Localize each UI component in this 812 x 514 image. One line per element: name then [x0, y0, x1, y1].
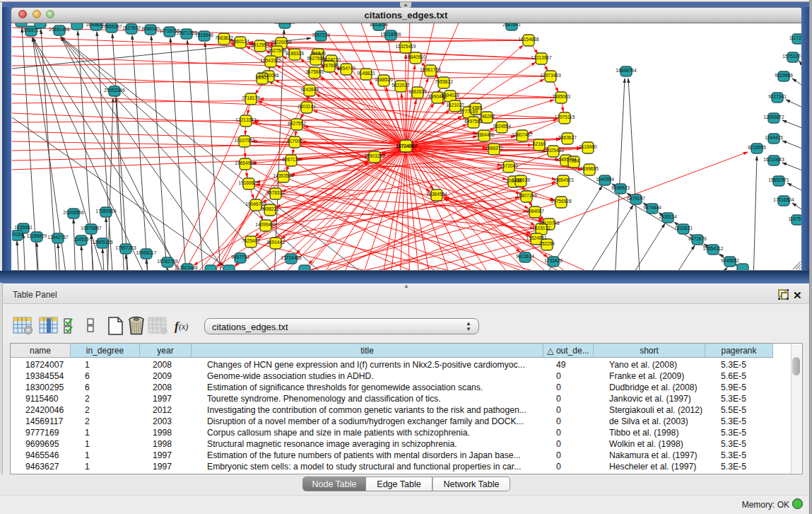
svg-text:15692971: 15692971 [768, 177, 789, 182]
svg-text:11156829: 11156829 [27, 233, 47, 238]
svg-text:15751074: 15751074 [782, 54, 801, 59]
svg-text:7625402: 7625402 [242, 238, 260, 243]
svg-text:9242848: 9242848 [300, 87, 319, 92]
svg-text:19654985: 19654985 [235, 160, 256, 165]
svg-text:8813054: 8813054 [370, 23, 388, 27]
svg-text:7984: 7984 [569, 158, 579, 163]
svg-text:16033809: 16033809 [274, 23, 295, 25]
svg-text:7357224: 7357224 [312, 33, 330, 37]
svg-text:1572040: 1572040 [500, 163, 518, 168]
svg-text:19654923: 19654923 [553, 177, 574, 182]
svg-text:8471676: 8471676 [688, 236, 707, 241]
svg-text:10671355: 10671355 [176, 30, 197, 35]
svg-text:8186328: 8186328 [286, 51, 304, 56]
svg-text:9146821: 9146821 [357, 71, 375, 76]
svg-text:13524851: 13524851 [526, 235, 547, 240]
svg-text:17957253: 17957253 [115, 245, 136, 250]
svg-text:2687641: 2687641 [502, 23, 521, 27]
svg-text:17016504: 17016504 [773, 197, 794, 202]
svg-text:114519: 114519 [73, 237, 89, 242]
svg-text:12213383: 12213383 [235, 117, 257, 122]
svg-text:16640910: 16640910 [405, 54, 426, 59]
svg-text:9245652: 9245652 [721, 258, 739, 263]
svg-text:12213967: 12213967 [531, 55, 552, 60]
svg-text:8427552: 8427552 [288, 121, 306, 126]
svg-text:18807249: 18807249 [516, 193, 537, 198]
svg-text:14353594: 14353594 [273, 173, 294, 178]
svg-text:1935061: 1935061 [14, 225, 33, 230]
svg-text:10025433: 10025433 [543, 148, 564, 153]
svg-text:7515546: 7515546 [195, 33, 213, 37]
svg-text:9518720: 9518720 [322, 57, 341, 62]
svg-text:8454749: 8454749 [337, 66, 355, 71]
svg-text:16543382: 16543382 [260, 58, 281, 63]
svg-text:3675685: 3675685 [305, 69, 324, 74]
svg-text:1588520: 1588520 [375, 77, 393, 82]
svg-text:(x): (x) [179, 322, 188, 332]
svg-text:16782759: 16782759 [157, 259, 178, 264]
svg-text:10654112: 10654112 [703, 246, 724, 251]
svg-text:17975115: 17975115 [555, 115, 575, 119]
svg-text:20364436: 20364436 [473, 132, 495, 137]
svg-text:19384554: 19384554 [426, 192, 447, 197]
svg-text:16961758: 16961758 [420, 67, 441, 72]
svg-text:20206556: 20206556 [63, 210, 84, 215]
svg-text:1615132: 1615132 [532, 226, 551, 230]
svg-text:7832621: 7832621 [674, 226, 693, 230]
svg-text:917006: 917006 [287, 139, 302, 144]
svg-text:6497568: 6497568 [464, 119, 483, 124]
svg-text:10807487: 10807487 [512, 132, 533, 137]
svg-text:8267130: 8267130 [282, 157, 300, 162]
svg-text:16120746: 16120746 [539, 221, 560, 226]
svg-text:12923446: 12923446 [177, 265, 198, 270]
svg-text:2718176: 2718176 [242, 95, 260, 100]
svg-text:1362615: 1362615 [408, 89, 427, 94]
svg-text:6479197: 6479197 [627, 196, 645, 201]
svg-text:19218596: 19218596 [380, 32, 401, 37]
svg-text:7955812: 7955812 [435, 79, 453, 84]
svg-text:1244415: 1244415 [765, 135, 783, 140]
svg-text:18724007: 18724007 [396, 144, 417, 148]
svg-text:5822037: 5822037 [392, 83, 410, 88]
svg-text:9463627: 9463627 [558, 135, 577, 140]
svg-text:7485063: 7485063 [552, 94, 570, 99]
svg-text:1640954: 1640954 [596, 177, 614, 182]
svg-text:14099489: 14099489 [255, 222, 276, 227]
svg-text:62160: 62160 [533, 141, 546, 146]
svg-text:16210643: 16210643 [763, 157, 784, 162]
svg-text:10975887: 10975887 [81, 226, 102, 230]
svg-text:16154838: 16154838 [518, 37, 539, 42]
svg-text:1167534: 1167534 [788, 216, 801, 221]
svg-text:18903293: 18903293 [364, 153, 385, 158]
svg-text:16648764: 16648764 [616, 68, 637, 73]
svg-text:10973493: 10973493 [540, 73, 561, 78]
svg-text:6794028: 6794028 [441, 93, 459, 98]
svg-text:1117234: 1117234 [789, 35, 801, 40]
svg-text:9860124: 9860124 [231, 39, 249, 44]
svg-text:16046738: 16046738 [245, 201, 266, 206]
svg-text:29053346: 29053346 [104, 88, 125, 93]
svg-text:9474444: 9474444 [643, 205, 661, 210]
svg-text:9527509: 9527509 [268, 48, 286, 53]
svg-text:15716485: 15716485 [281, 255, 302, 260]
svg-text:11325419: 11325419 [396, 44, 416, 49]
svg-text:151546: 151546 [310, 51, 326, 56]
svg-text:252254: 252254 [539, 241, 555, 246]
svg-text:9115460: 9115460 [579, 144, 597, 149]
svg-text:8912954: 8912954 [251, 42, 269, 47]
svg-text:9084067: 9084067 [526, 209, 544, 214]
svg-text:8938923: 8938923 [611, 185, 630, 190]
svg-text:23226058: 23226058 [271, 40, 292, 45]
svg-text:746266: 746266 [479, 114, 495, 119]
svg-text:2935114: 2935114 [659, 214, 677, 219]
svg-text:9227341: 9227341 [768, 94, 787, 99]
svg-text:1527602: 1527602 [122, 25, 141, 30]
svg-text:9329966: 9329966 [775, 73, 793, 78]
svg-text:9413614: 9413614 [516, 254, 534, 259]
svg-text:74585: 74585 [469, 105, 483, 110]
svg-text:12093672: 12093672 [763, 115, 784, 119]
svg-text:1691442: 1691442 [266, 240, 285, 245]
svg-text:19756928: 19756928 [551, 199, 572, 204]
svg-text:12942737: 12942737 [47, 235, 69, 240]
svg-text:9699695: 9699695 [580, 166, 599, 171]
